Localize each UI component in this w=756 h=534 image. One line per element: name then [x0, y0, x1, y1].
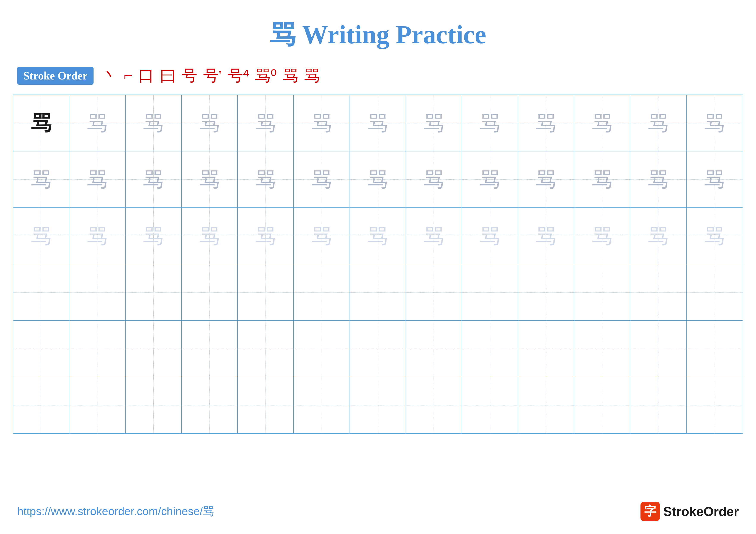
cell-2-10: 骂 — [518, 151, 574, 207]
cell-1-12: 骂 — [630, 95, 687, 151]
cell-5-1[interactable] — [14, 321, 69, 377]
cell-5-10[interactable] — [518, 321, 574, 377]
stroke-order-row: Stroke Order 丶 ⌐ 口 曰 号 号' 号⁴ 骂⁰ 骂 骂 — [0, 61, 756, 94]
cell-6-6[interactable] — [294, 377, 350, 433]
cell-6-8[interactable] — [406, 377, 462, 433]
stroke-8: 骂⁰ — [255, 65, 277, 86]
cell-5-11[interactable] — [574, 321, 630, 377]
cell-5-12[interactable] — [630, 321, 687, 377]
cell-5-6[interactable] — [294, 321, 350, 377]
cell-2-2: 骂 — [69, 151, 125, 207]
cell-4-5[interactable] — [238, 264, 294, 320]
cell-4-8[interactable] — [406, 264, 462, 320]
cell-2-11: 骂 — [574, 151, 630, 207]
cell-6-12[interactable] — [630, 377, 687, 433]
cell-1-2: 骂 — [69, 95, 125, 151]
cell-6-3[interactable] — [126, 377, 182, 433]
cell-6-1[interactable] — [14, 377, 69, 433]
practice-grid: 骂 骂 骂 骂 骂 骂 骂 骂 骂 骂 骂 骂 骂 骂 骂 骂 骂 骂 骂 骂 … — [13, 94, 743, 434]
grid-row-5 — [14, 321, 742, 377]
cell-1-8: 骂 — [406, 95, 462, 151]
cell-3-9: 骂 — [462, 208, 518, 264]
cell-6-11[interactable] — [574, 377, 630, 433]
cell-3-2: 骂 — [69, 208, 125, 264]
cell-2-7: 骂 — [350, 151, 406, 207]
stroke-6: 号' — [203, 65, 222, 86]
cell-5-3[interactable] — [126, 321, 182, 377]
footer-logo-icon: 字 — [640, 502, 660, 521]
stroke-5: 号 — [182, 65, 197, 86]
stroke-9: 骂 — [283, 65, 298, 86]
stroke-order-badge: Stroke Order — [17, 67, 94, 85]
cell-3-12: 骂 — [630, 208, 687, 264]
cell-2-5: 骂 — [238, 151, 294, 207]
cell-3-4: 骂 — [182, 208, 238, 264]
stroke-2: ⌐ — [124, 67, 133, 85]
cell-4-12[interactable] — [630, 264, 687, 320]
cell-3-6: 骂 — [294, 208, 350, 264]
stroke-4: 曰 — [160, 65, 176, 86]
cell-6-2[interactable] — [69, 377, 125, 433]
cell-5-8[interactable] — [406, 321, 462, 377]
stroke-sequence: 丶 ⌐ 口 曰 号 号' 号⁴ 骂⁰ 骂 骂 — [102, 65, 320, 86]
cell-3-5: 骂 — [238, 208, 294, 264]
footer: https://www.strokeorder.com/chinese/骂 字 … — [0, 502, 756, 521]
cell-3-8: 骂 — [406, 208, 462, 264]
cell-1-9: 骂 — [462, 95, 518, 151]
page-title: 骂 Writing Practice — [0, 0, 756, 52]
cell-6-7[interactable] — [350, 377, 406, 433]
footer-url[interactable]: https://www.strokeorder.com/chinese/骂 — [17, 504, 214, 519]
cell-4-6[interactable] — [294, 264, 350, 320]
cell-4-7[interactable] — [350, 264, 406, 320]
cell-2-8: 骂 — [406, 151, 462, 207]
cell-3-10: 骂 — [518, 208, 574, 264]
cell-1-10: 骂 — [518, 95, 574, 151]
cell-4-4[interactable] — [182, 264, 238, 320]
cell-2-6: 骂 — [294, 151, 350, 207]
cell-5-7[interactable] — [350, 321, 406, 377]
footer-brand: 字 StrokeOrder — [640, 502, 739, 521]
stroke-10: 骂 — [304, 65, 320, 86]
cell-4-11[interactable] — [574, 264, 630, 320]
cell-1-3: 骂 — [126, 95, 182, 151]
cell-2-13: 骂 — [687, 151, 742, 207]
grid-row-4 — [14, 264, 742, 321]
cell-4-10[interactable] — [518, 264, 574, 320]
cell-2-9: 骂 — [462, 151, 518, 207]
cell-2-4: 骂 — [182, 151, 238, 207]
cell-3-13: 骂 — [687, 208, 742, 264]
title-char: 骂 — [270, 20, 296, 49]
cell-1-5: 骂 — [238, 95, 294, 151]
cell-6-9[interactable] — [462, 377, 518, 433]
footer-brand-name: StrokeOrder — [663, 504, 739, 519]
cell-5-4[interactable] — [182, 321, 238, 377]
cell-2-1: 骂 — [14, 151, 69, 207]
cell-1-13: 骂 — [687, 95, 742, 151]
stroke-3: 口 — [139, 65, 154, 86]
cell-3-1: 骂 — [14, 208, 69, 264]
cell-5-9[interactable] — [462, 321, 518, 377]
cell-4-2[interactable] — [69, 264, 125, 320]
cell-4-9[interactable] — [462, 264, 518, 320]
cell-6-10[interactable] — [518, 377, 574, 433]
cell-1-7: 骂 — [350, 95, 406, 151]
stroke-7: 号⁴ — [228, 65, 249, 86]
cell-2-12: 骂 — [630, 151, 687, 207]
cell-1-11: 骂 — [574, 95, 630, 151]
cell-5-2[interactable] — [69, 321, 125, 377]
cell-6-4[interactable] — [182, 377, 238, 433]
cell-4-3[interactable] — [126, 264, 182, 320]
cell-5-5[interactable] — [238, 321, 294, 377]
cell-4-1[interactable] — [14, 264, 69, 320]
cell-5-13[interactable] — [687, 321, 742, 377]
stroke-1: 丶 — [102, 65, 118, 86]
cell-4-13[interactable] — [687, 264, 742, 320]
grid-row-3: 骂 骂 骂 骂 骂 骂 骂 骂 骂 骂 骂 骂 骂 — [14, 208, 742, 264]
cell-3-11: 骂 — [574, 208, 630, 264]
grid-row-6 — [14, 377, 742, 433]
cell-2-3: 骂 — [126, 151, 182, 207]
cell-6-13[interactable] — [687, 377, 742, 433]
cell-1-4: 骂 — [182, 95, 238, 151]
cell-6-5[interactable] — [238, 377, 294, 433]
cell-3-3: 骂 — [126, 208, 182, 264]
